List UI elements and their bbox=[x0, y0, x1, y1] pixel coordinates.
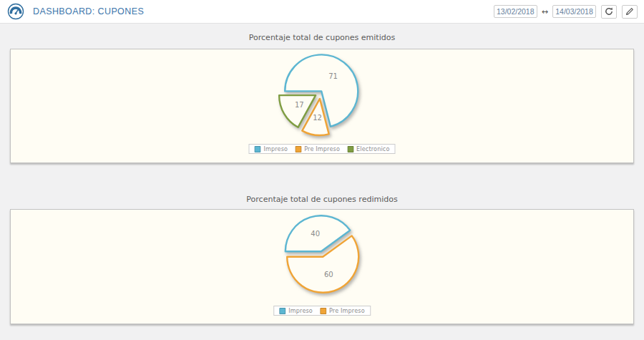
pie-value-label: 40 bbox=[311, 230, 320, 238]
legend-item-impreso[interactable]: Impreso bbox=[254, 146, 288, 152]
legend-swatch bbox=[295, 146, 301, 152]
legend-label: Electronico bbox=[356, 146, 390, 152]
legend-emitidos: ImpresoPre ImpresoElectronico bbox=[248, 144, 395, 154]
legend-item-pre-impreso[interactable]: Pre Impreso bbox=[320, 308, 365, 314]
legend-label: Pre Impreso bbox=[329, 308, 365, 314]
pie-value-label: 60 bbox=[324, 271, 333, 278]
legend-swatch bbox=[320, 308, 326, 314]
gauge-icon bbox=[7, 3, 24, 20]
chart-title-redimidos: Porcentaje total de cupones redimidos bbox=[0, 163, 644, 209]
pie-value-label: 71 bbox=[328, 72, 338, 80]
section-cupones-redimidos: Porcentaje total de cupones redimidos 40… bbox=[0, 163, 644, 324]
legend-item-pre-impreso[interactable]: Pre Impreso bbox=[295, 146, 340, 152]
legend-swatch bbox=[347, 146, 353, 152]
legend-swatch bbox=[279, 308, 286, 314]
legend-label: Impreso bbox=[288, 308, 313, 314]
page-title: DASHBOARD: CUPONES bbox=[33, 6, 144, 16]
chart-title-emitidos: Porcentaje total de cupones emitidos bbox=[0, 24, 644, 49]
legend-item-impreso[interactable]: Impreso bbox=[279, 308, 313, 314]
chart-panel-emitidos: 711217 ImpresoPre ImpresoElectronico bbox=[10, 49, 634, 163]
legend-swatch bbox=[254, 146, 260, 152]
pencil-icon bbox=[625, 7, 634, 16]
refresh-icon bbox=[605, 7, 613, 16]
edit-button[interactable] bbox=[622, 5, 638, 19]
legend-item-electronico[interactable]: Electronico bbox=[347, 146, 390, 152]
refresh-button[interactable] bbox=[601, 5, 617, 19]
section-cupones-emitidos: Porcentaje total de cupones emitidos 711… bbox=[0, 24, 644, 163]
date-from-input[interactable]: 13/02/2018 bbox=[494, 5, 537, 18]
pie-value-label: 17 bbox=[295, 101, 304, 109]
date-range-arrow-icon: ↔ bbox=[542, 7, 548, 16]
pie-value-label: 12 bbox=[313, 114, 322, 122]
chart-panel-redimidos: 4060 ImpresoPre Impreso bbox=[10, 209, 634, 324]
date-to-input[interactable]: 14/03/2018 bbox=[552, 5, 596, 18]
legend-redimidos: ImpresoPre Impreso bbox=[273, 306, 371, 316]
header-bar: DASHBOARD: CUPONES 13/02/2018 ↔ 14/03/20… bbox=[0, 0, 644, 24]
legend-label: Pre Impreso bbox=[304, 146, 340, 152]
legend-label: Impreso bbox=[263, 146, 288, 152]
